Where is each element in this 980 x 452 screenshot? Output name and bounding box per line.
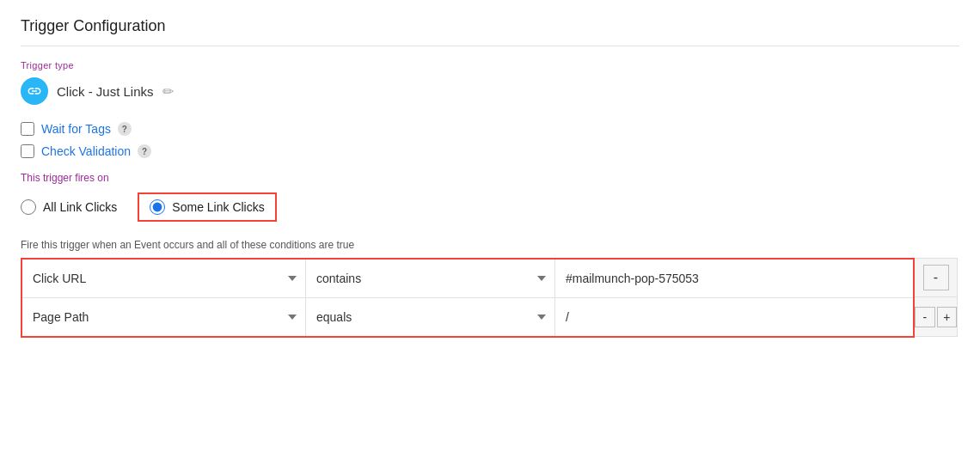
condition-2-field-select[interactable]: Click URL Page Path Page URL Referrer Ev… — [22, 298, 305, 336]
all-link-clicks-radio[interactable] — [21, 199, 36, 215]
some-link-clicks-box: Some Link Clicks — [138, 192, 276, 222]
trigger-type-name: Click - Just Links — [57, 84, 154, 99]
condition-1-operator-select[interactable]: contains equals starts with ends with ma… — [306, 260, 554, 297]
remove-condition-1-button[interactable]: - — [923, 265, 949, 290]
conditions-container: Click URL Page Path Page URL Referrer Ev… — [21, 258, 958, 338]
condition-1-value-cell — [555, 260, 913, 297]
fires-on-group: All Link Clicks Some Link Clicks — [21, 192, 959, 222]
some-link-clicks-label[interactable]: Some Link Clicks — [172, 200, 264, 214]
side-buttons: - - + — [915, 258, 958, 337]
wait-for-tags-checkbox[interactable] — [21, 122, 34, 136]
condition-row-1: Click URL Page Path Page URL Referrer Ev… — [22, 260, 913, 298]
all-link-clicks-label[interactable]: All Link Clicks — [43, 200, 117, 214]
add-condition-button[interactable]: + — [937, 307, 958, 327]
conditions-label: Fire this trigger when an Event occurs a… — [21, 239, 959, 251]
trigger-type-row: Click - Just Links ✏ — [21, 77, 959, 105]
condition-1-field-cell: Click URL Page Path Page URL Referrer Ev… — [22, 260, 306, 297]
remove-condition-2-button[interactable]: - — [915, 307, 935, 327]
conditions-table: Click URL Page Path Page URL Referrer Ev… — [21, 258, 915, 338]
some-link-clicks-radio[interactable] — [150, 199, 165, 215]
page-container: Trigger Configuration Trigger type Click… — [0, 0, 980, 355]
trigger-icon — [21, 77, 48, 105]
trigger-type-label: Trigger type — [21, 60, 959, 70]
some-link-clicks-option[interactable]: Some Link Clicks — [150, 199, 264, 215]
condition-2-field-cell: Click URL Page Path Page URL Referrer Ev… — [22, 298, 306, 336]
condition-2-operator-cell: contains equals starts with ends with ma… — [306, 298, 555, 336]
condition-row-2: Click URL Page Path Page URL Referrer Ev… — [22, 298, 913, 336]
wait-for-tags-row: Wait for Tags ? — [21, 122, 959, 136]
check-validation-checkbox[interactable] — [21, 144, 34, 158]
minus-btn-row-1-container: - — [915, 258, 958, 297]
condition-1-operator-cell: contains equals starts with ends with ma… — [306, 260, 555, 297]
condition-1-field-select[interactable]: Click URL Page Path Page URL Referrer Ev… — [22, 260, 305, 297]
all-link-clicks-option[interactable]: All Link Clicks — [21, 199, 117, 215]
check-validation-help[interactable]: ? — [138, 144, 151, 158]
condition-2-value-cell — [555, 298, 913, 336]
wait-for-tags-label[interactable]: Wait for Tags — [41, 122, 111, 136]
page-title: Trigger Configuration — [21, 17, 959, 46]
condition-1-value-input[interactable] — [555, 260, 913, 297]
edit-trigger-icon[interactable]: ✏ — [162, 83, 174, 100]
wait-for-tags-help[interactable]: ? — [118, 122, 132, 136]
condition-2-operator-select[interactable]: contains equals starts with ends with ma… — [306, 298, 554, 336]
check-validation-label[interactable]: Check Validation — [41, 144, 131, 158]
condition-2-value-input[interactable] — [555, 298, 913, 336]
fires-on-label: This trigger fires on — [21, 172, 959, 184]
btn-row-2-container: - + — [915, 297, 958, 337]
check-validation-row: Check Validation ? — [21, 144, 959, 158]
